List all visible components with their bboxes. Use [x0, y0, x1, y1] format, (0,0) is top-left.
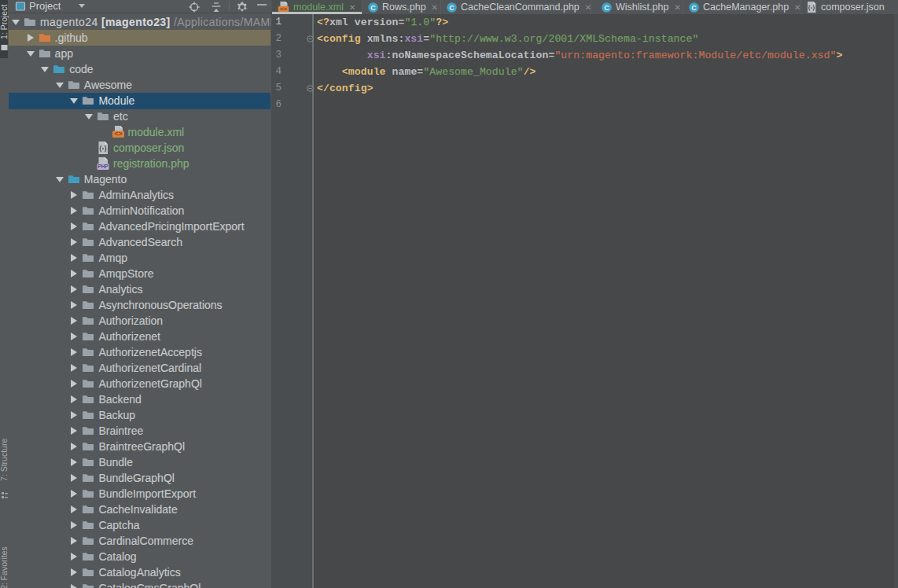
svg-text:<>: <>: [114, 130, 122, 138]
svg-text:C: C: [370, 3, 376, 11]
svg-text:PHP: PHP: [98, 164, 109, 169]
svg-text:C: C: [604, 3, 609, 11]
svg-text:C: C: [691, 3, 697, 11]
svg-text:C: C: [449, 3, 455, 11]
